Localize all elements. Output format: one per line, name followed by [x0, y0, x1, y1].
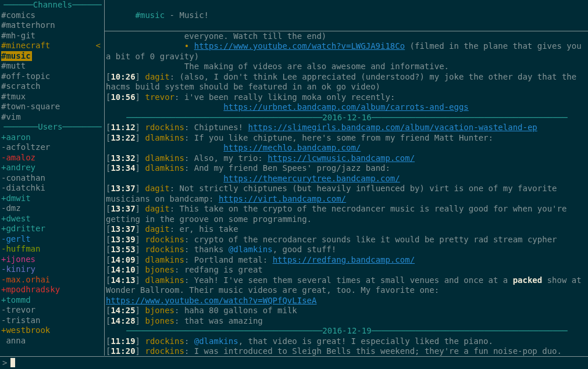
- channel-item[interactable]: #off-topic: [1, 71, 104, 82]
- channel-item[interactable]: #vim: [1, 112, 104, 123]
- input-line[interactable]: >: [0, 357, 588, 370]
- message-continuation: everyone. Watch till the end): [106, 31, 588, 42]
- message-nick[interactable]: rdockins: [145, 245, 184, 254]
- message-nick[interactable]: dlamkins: [145, 153, 184, 163]
- message-nick[interactable]: dagit: [145, 184, 169, 193]
- message: [13:39] rdockins: crypto of the necrodan…: [106, 235, 588, 245]
- link[interactable]: https://www.youtube.com/watch?v=LWGJA9i1…: [194, 41, 405, 51]
- message: [10:26] dagit: (also, I don't think Lee …: [106, 72, 588, 92]
- mention[interactable]: @dlamkins: [229, 245, 273, 254]
- message-nick[interactable]: rdockins: [145, 336, 184, 346]
- message: [14:10] bjones: redfang is great: [106, 265, 588, 275]
- user-item[interactable]: +gdritter: [1, 224, 104, 234]
- message-nick[interactable]: dagit: [145, 72, 169, 81]
- message: [14:28] bjones: that was amazing: [106, 316, 588, 327]
- channel-item[interactable]: #comics: [1, 10, 104, 21]
- channels-header: ──────Channels──────: [1, 0, 104, 10]
- user-item[interactable]: -huffman: [1, 244, 104, 255]
- message: [14:25] bjones: haha 80 gallons of milk: [106, 306, 588, 316]
- date-separator: ────────────────────────────────────────…: [106, 326, 588, 336]
- message: [13:37] dagit: er, his take: [106, 224, 588, 235]
- user-item[interactable]: -amaloz: [1, 153, 104, 163]
- message-nick[interactable]: trevor: [145, 92, 174, 102]
- user-item[interactable]: +tommd: [1, 295, 104, 306]
- message-nick[interactable]: bjones: [145, 265, 174, 274]
- message: [11:20] rdockins: I was introduced to Sl…: [106, 346, 588, 356]
- mention[interactable]: @dlamkins: [194, 336, 238, 346]
- channel-unread-marker: #minecraft<: [1, 41, 104, 51]
- users-header: ───────Users────────: [1, 122, 104, 132]
- channel-topic: #music - Music!: [105, 0, 588, 31]
- channel-list: #comics#matterhorn#mh-git#minecraft<#mus…: [1, 10, 104, 123]
- link[interactable]: https://themercurytree.bandcamp.com/: [223, 174, 400, 183]
- message-nick[interactable]: bjones: [145, 306, 174, 315]
- user-item[interactable]: -kiniry: [1, 264, 104, 275]
- user-item[interactable]: -acfoltzer: [1, 142, 104, 153]
- user-item[interactable]: -tristan: [1, 316, 104, 326]
- message-nick[interactable]: dlamkins: [145, 133, 184, 142]
- user-item[interactable]: +dmwit: [1, 194, 104, 204]
- message-nick[interactable]: dagit: [145, 224, 169, 234]
- user-item[interactable]: +westbrook: [1, 325, 104, 336]
- channel-item[interactable]: #town-square: [1, 102, 104, 112]
- user-item[interactable]: -gerlt: [1, 234, 104, 245]
- message-nick[interactable]: dlamkins: [145, 255, 184, 264]
- message: [10:56] trevor: i've been really liking …: [106, 92, 588, 113]
- message: [14:09] dlamkins: Portland metal: https:…: [106, 255, 588, 266]
- topic-title: Music!: [179, 10, 209, 20]
- user-item[interactable]: -dmz: [1, 203, 104, 214]
- message-nick[interactable]: rdockins: [145, 235, 184, 244]
- user-item[interactable]: -conathan: [1, 173, 104, 184]
- link[interactable]: https://redfang.bandcamp.com/: [273, 255, 415, 264]
- channel-item[interactable]: #mutt: [1, 61, 104, 71]
- message-nick[interactable]: rdockins: [145, 346, 184, 356]
- message-continuation: • https://www.youtube.com/watch?v=LWGJA9…: [106, 41, 588, 62]
- message: [11:12] rdockins: Chiptunes! https://sli…: [106, 123, 588, 133]
- message-nick[interactable]: dlamkins: [145, 275, 184, 285]
- message: [13:53] rdockins: thanks @dlamkins, good…: [106, 245, 588, 255]
- channel-item[interactable]: #mh-git: [1, 31, 104, 41]
- date-separator: ────────────────────────────────────────…: [106, 113, 588, 123]
- link[interactable]: https://lcwmusic.bandcamp.com/: [268, 153, 415, 163]
- message: [11:19] rdockins: @dlamkins, that video …: [106, 336, 588, 347]
- message: [13:37] dagit: This take on the crypto o…: [106, 204, 588, 224]
- cursor: [10, 358, 15, 367]
- message-nick[interactable]: dagit: [145, 204, 169, 213]
- message: [13:37] dagit: Not strictly chiptunes (b…: [106, 184, 588, 204]
- message-continuation: The making of videos are also awesome an…: [106, 62, 588, 72]
- link[interactable]: https://mechlo.bandcamp.com/: [223, 143, 361, 152]
- link[interactable]: https://slimegirls.bandcamp.com/album/va…: [248, 123, 537, 132]
- user-item[interactable]: -max.orhai: [1, 275, 104, 285]
- message-nick[interactable]: dlamkins: [145, 163, 184, 173]
- message: [13:32] dlamkins: Also, my trio: https:/…: [106, 153, 588, 164]
- user-item[interactable]: +andrey: [1, 163, 104, 173]
- user-item[interactable]: +aaron: [1, 132, 104, 143]
- message-nick[interactable]: bjones: [145, 316, 174, 325]
- prompt: >: [2, 358, 7, 368]
- message-log[interactable]: everyone. Watch till the end) • https://…: [105, 31, 588, 356]
- content-pane: #music - Music! everyone. Watch till the…: [105, 0, 588, 356]
- user-item[interactable]: -diatchki: [1, 183, 104, 194]
- user-list: +aaron-acfoltzer-amaloz+andrey-conathan-…: [1, 132, 104, 346]
- user-item[interactable]: anna: [1, 336, 104, 346]
- message: [13:22] dlamkins: If you like chiptune, …: [106, 133, 588, 153]
- message: [14:13] dlamkins: Yeah! I've seen them s…: [106, 275, 588, 306]
- link[interactable]: https://www.youtube.com/watch?v=WQPfQvLI…: [106, 296, 316, 305]
- topic-channel: #music: [136, 10, 165, 20]
- sidebar: ──────Channels────── #comics#matterhorn#…: [0, 0, 105, 356]
- channel-item[interactable]: #tmux: [1, 92, 104, 102]
- user-item[interactable]: +mpodhradsky: [1, 285, 104, 295]
- channel-item[interactable]: #matterhorn: [1, 20, 104, 31]
- user-item[interactable]: +ijones: [1, 255, 104, 265]
- channel-item[interactable]: #scratch: [1, 81, 104, 92]
- message-nick[interactable]: rdockins: [145, 123, 184, 132]
- user-item[interactable]: -trevor: [1, 305, 104, 316]
- message: [13:34] dlamkins: And my friend Ben Spee…: [106, 163, 588, 184]
- user-item[interactable]: +dwest: [1, 214, 104, 224]
- link[interactable]: https://virt.bandcamp.com/: [219, 194, 346, 203]
- link[interactable]: https://urbnet.bandcamp.com/album/carrot…: [223, 102, 468, 112]
